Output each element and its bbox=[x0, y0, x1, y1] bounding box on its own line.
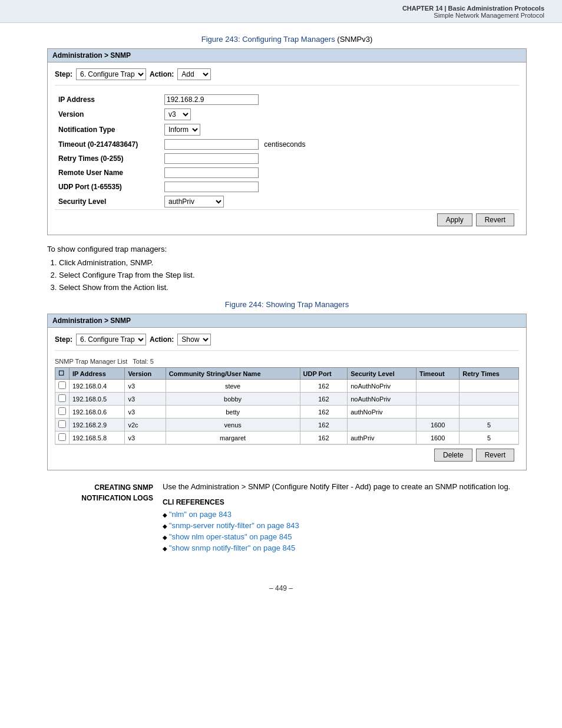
col-security: Security Level bbox=[348, 368, 416, 380]
security-level-value: noAuthNoPriv authNoPriv authPriv bbox=[161, 194, 519, 209]
version-select[interactable]: v1 v2c v3 bbox=[164, 108, 191, 120]
table-row: 192.168.0.6 v3 betty 162 authNoPriv bbox=[55, 406, 519, 419]
step-select-2[interactable]: 6. Configure Trap bbox=[76, 334, 146, 345]
action-select-2[interactable]: Add Show bbox=[177, 334, 211, 345]
version-label: Version bbox=[55, 107, 161, 122]
action-label-2: Action: bbox=[150, 335, 174, 344]
row-community: steve bbox=[166, 380, 300, 393]
row-checkbox[interactable] bbox=[55, 406, 70, 419]
udp-port-value bbox=[161, 180, 519, 194]
list-item: Click Administration, SNMP. bbox=[59, 258, 527, 267]
row-checkbox[interactable] bbox=[55, 393, 70, 406]
instructions-intro: To show configured trap managers: bbox=[47, 245, 527, 253]
row-timeout bbox=[416, 406, 459, 419]
version-row: Version v1 v2c v3 bbox=[55, 107, 519, 122]
retry-value bbox=[161, 151, 519, 166]
creating-label-line2: Notification Logs bbox=[47, 493, 153, 503]
timeout-input[interactable] bbox=[164, 139, 259, 150]
remote-user-label: Remote User Name bbox=[55, 166, 161, 180]
form-table: IP Address Version v1 v2c v3 bbox=[55, 93, 519, 209]
cli-link[interactable]: "show snmp notify-filter" on page 845 bbox=[169, 543, 295, 552]
udp-port-input[interactable] bbox=[164, 182, 259, 192]
list-item[interactable]: "nlm" on page 843 bbox=[163, 510, 527, 519]
row-community: margaret bbox=[166, 431, 300, 444]
row-checkbox[interactable] bbox=[55, 431, 70, 444]
row-version: v3 bbox=[125, 431, 166, 444]
retry-input[interactable] bbox=[164, 153, 259, 164]
notification-type-value: Trap Inform bbox=[161, 122, 519, 137]
table-row: 192.168.0.5 v3 bobby 162 noAuthNoPriv bbox=[55, 393, 519, 406]
snmp-table-wrapper: ☐ IP Address Version Community String/Us… bbox=[55, 367, 519, 444]
page-header: CHAPTER 14 | Basic Administration Protoc… bbox=[0, 0, 562, 23]
notification-type-row: Notification Type Trap Inform bbox=[55, 122, 519, 137]
ip-address-input[interactable] bbox=[164, 94, 259, 105]
row-timeout bbox=[416, 393, 459, 406]
row-security: authNoPriv bbox=[348, 406, 416, 419]
security-level-row: Security Level noAuthNoPriv authNoPriv a… bbox=[55, 194, 519, 209]
col-udp: UDP Port bbox=[300, 368, 348, 380]
step-row-2: Step: 6. Configure Trap Action: Add Show bbox=[55, 334, 519, 351]
row-checkbox[interactable] bbox=[55, 419, 70, 431]
snmp-list-table: ☐ IP Address Version Community String/Us… bbox=[55, 367, 519, 444]
table-info: SNMP Trap Manager List Total: 5 bbox=[55, 358, 519, 365]
row-version: v2c bbox=[125, 419, 166, 431]
list-item[interactable]: "show snmp notify-filter" on page 845 bbox=[163, 543, 527, 552]
security-level-label: Security Level bbox=[55, 194, 161, 209]
row-version: v3 bbox=[125, 406, 166, 419]
ip-address-label: IP Address bbox=[55, 93, 161, 107]
col-checkbox: ☐ bbox=[55, 368, 70, 380]
figure244-panel-body: Step: 6. Configure Trap Action: Add Show… bbox=[48, 328, 526, 470]
creating-section: Creating SNMP Notification Logs Use the … bbox=[47, 482, 527, 555]
cli-link[interactable]: "show nlm oper-status" on page 845 bbox=[169, 532, 292, 541]
remote-user-value bbox=[161, 166, 519, 180]
timeout-row: Timeout (0-2147483647) centiseconds bbox=[55, 137, 519, 151]
figure244-button-row: Delete Revert bbox=[55, 444, 519, 464]
revert-button-2[interactable]: Revert bbox=[476, 449, 514, 462]
row-timeout bbox=[416, 380, 459, 393]
row-udp: 162 bbox=[300, 380, 348, 393]
creating-label-line1: Creating SNMP bbox=[47, 482, 153, 493]
notification-type-select[interactable]: Trap Inform bbox=[164, 124, 200, 136]
apply-button[interactable]: Apply bbox=[437, 213, 472, 226]
row-udp: 162 bbox=[300, 419, 348, 431]
delete-button[interactable]: Delete bbox=[434, 449, 472, 462]
list-item: Select Show from the Action list. bbox=[59, 283, 527, 292]
row-ip: 192.168.5.8 bbox=[70, 431, 125, 444]
row-retry bbox=[459, 380, 519, 393]
security-level-select[interactable]: noAuthNoPriv authNoPriv authPriv bbox=[164, 196, 224, 207]
list-item[interactable]: "snmp-server notify-filter" on page 843 bbox=[163, 521, 527, 530]
table-row: 192.168.2.9 v2c venus 162 1600 5 bbox=[55, 419, 519, 431]
cli-link[interactable]: "snmp-server notify-filter" on page 843 bbox=[169, 521, 299, 530]
row-ip: 192.168.0.4 bbox=[70, 380, 125, 393]
list-item[interactable]: "show nlm oper-status" on page 845 bbox=[163, 532, 527, 541]
row-security bbox=[348, 419, 416, 431]
row-retry: 5 bbox=[459, 431, 519, 444]
row-retry bbox=[459, 406, 519, 419]
figure243-panel-body: Step: 6. Configure Trap Action: Add Show… bbox=[48, 62, 526, 235]
list-item: Select Configure Trap from the Step list… bbox=[59, 271, 527, 279]
row-community: venus bbox=[166, 419, 300, 431]
remote-user-input[interactable] bbox=[164, 167, 259, 178]
ip-address-row: IP Address bbox=[55, 93, 519, 107]
instructions-list: Click Administration, SNMP. Select Confi… bbox=[59, 258, 527, 292]
row-timeout: 1600 bbox=[416, 431, 459, 444]
figure243-panel-header: Administration > SNMP bbox=[48, 49, 526, 62]
row-security: authPriv bbox=[348, 431, 416, 444]
cli-list: "nlm" on page 843"snmp-server notify-fil… bbox=[163, 510, 527, 552]
step-select[interactable]: 6. Configure Trap bbox=[76, 68, 146, 80]
row-checkbox[interactable] bbox=[55, 380, 70, 393]
row-retry bbox=[459, 393, 519, 406]
action-select[interactable]: Add Show bbox=[177, 68, 211, 80]
table-row: 192.168.5.8 v3 margaret 162 authPriv 160… bbox=[55, 431, 519, 444]
col-version: Version bbox=[125, 368, 166, 380]
row-security: noAuthNoPriv bbox=[348, 393, 416, 406]
row-udp: 162 bbox=[300, 393, 348, 406]
revert-button[interactable]: Revert bbox=[476, 213, 514, 226]
col-timeout: Timeout bbox=[416, 368, 459, 380]
udp-port-row: UDP Port (1-65535) bbox=[55, 180, 519, 194]
row-version: v3 bbox=[125, 380, 166, 393]
row-ip: 192.168.0.6 bbox=[70, 406, 125, 419]
step-label-2: Step: bbox=[55, 335, 72, 344]
row-version: v3 bbox=[125, 393, 166, 406]
cli-link[interactable]: "nlm" on page 843 bbox=[169, 510, 232, 519]
